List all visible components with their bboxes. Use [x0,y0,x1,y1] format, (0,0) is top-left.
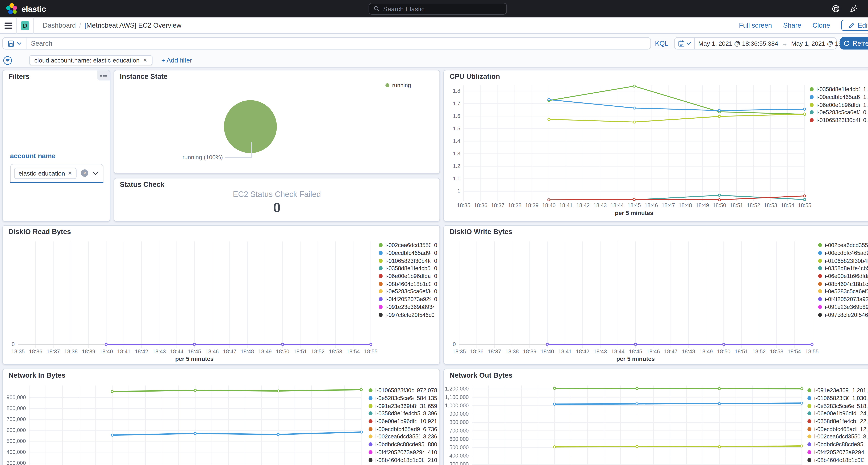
diskio-read-chart[interactable]: 018:3518:3618:3718:3818:3918:4018:4118:4… [3,226,440,365]
filter-pill[interactable]: cloud.account.name: elastic-education ✕ [29,55,152,65]
legend-item[interactable]: i-01065823f30b4fc21972,078 [369,387,437,394]
legend-item[interactable]: running [385,82,411,89]
legend-item[interactable]: i-0e5283c5ca6ef3c8c0.934 [810,109,868,116]
legend-series-value: 0 [431,273,437,279]
cpu-utilization-chart[interactable]: 11.11.21.31.41.51.61.71.818:3518:3618:37… [444,70,868,222]
legend-item[interactable]: i-002cea6dcd35502f73,236 [369,433,437,440]
legend-item[interactable]: i-002cea6dcd35502f70 [379,241,437,249]
legend-item[interactable]: i-0f4f2052073a929470 [379,296,437,303]
legend-item[interactable]: i-01065823f30b4fc210 [818,257,868,265]
legend-item[interactable]: i-0358d8e1fe4cb56890 [818,265,868,272]
legend-item[interactable]: i-0e5283c5ca6ef3c8c0 [818,288,868,296]
legend-item[interactable]: i-0358d8e1fe4cb56890 [379,265,437,272]
date-quick-menu[interactable] [675,38,695,49]
clear-selection-icon[interactable]: ✕ [81,169,88,177]
elastic-logo[interactable]: elastic [5,3,46,15]
legend-item[interactable]: i-00ecdbfc465ad98df0 [379,249,437,257]
legend-series-name: i-0e5283c5ca6ef3c8c [816,110,860,116]
legend-item[interactable]: i-002cea6dcd35502f70 [818,241,868,249]
edit-button[interactable]: Edit [841,20,868,31]
legend-series-value: 196 [864,457,868,463]
filter-field-label[interactable]: account name [10,152,56,160]
help-icon[interactable] [832,4,840,13]
legend-item[interactable]: i-0358d8e1fe4cb56898,396 [369,410,437,417]
date-from[interactable]: May 1, 2021 @ 18:36:55.384 [695,40,781,47]
legend-item[interactable]: i-0358d8e1fe4cb56891.615 [810,86,868,93]
legend-item[interactable]: i-091e23e369b893463 [818,303,868,311]
legend-item[interactable]: i-0e5283c5ca6ef3c8c518,769 [807,402,868,410]
legend-item[interactable]: i-08b4604c18b1c0f340 [379,280,437,287]
svg-text:800,000: 800,000 [7,405,26,411]
svg-text:600,000: 600,000 [7,427,26,433]
legend-item[interactable]: i-00ecdbfc465ad98df12,176 [807,425,868,433]
legend-item[interactable]: i-08b4604c18b1c0f34210 [369,456,437,464]
legend-item[interactable]: i-06e00e1b96dfda3f710,921 [369,417,437,425]
legend-series-name: i-06e00e1b96dfda3f7 [816,102,860,108]
legend-item[interactable]: i-097c8cfe20f546c0a [379,311,437,318]
legend-item[interactable]: i-0bdbdc9c88cde9518589 [807,440,868,448]
refresh-button[interactable]: Refresh [840,37,868,50]
legend-item[interactable]: i-06e00e1b96dfda3f70 [818,272,868,280]
remove-filter-icon[interactable]: ✕ [143,58,147,63]
legend-item[interactable]: i-0bdbdc9c88cde9518880 [369,440,437,448]
legend-series-value: 1,201,252 [849,388,868,394]
selected-option-tag[interactable]: elastic-education ✕ [14,167,76,179]
svg-text:18:40: 18:40 [540,348,554,354]
space-badge[interactable]: D [21,21,29,30]
legend-color-dot [379,289,383,293]
kql-toggle[interactable]: KQL [655,37,669,50]
legend-item[interactable]: i-091e23e369b89346331,659 [369,402,437,410]
legend-item[interactable]: i-01065823f30b4fc210 [379,257,437,265]
account-name-combobox[interactable]: elastic-education ✕ ✕ [10,164,103,183]
svg-text:18:49: 18:49 [695,202,709,208]
legend-item[interactable]: i-0e5283c5ca6ef3c8c584,135 [369,394,437,402]
diskio-write-chart[interactable]: 018:3518:3618:3718:3818:3918:4018:4118:4… [444,226,868,365]
network-out-chart[interactable]: 300,000400,000500,000600,000700,000800,0… [444,369,868,465]
clone-link[interactable]: Clone [812,21,830,29]
legend-color-dot [807,404,811,408]
legend-series-name: i-00ecdbfc465ad98df [816,94,860,100]
legend-item[interactable]: i-00ecdbfc465ad98df6,736 [369,425,437,433]
legend-item[interactable]: i-06e00e1b96dfda3f724,685 [807,410,868,417]
network-out-legend: i-091e23e369b893...1,201,252i-01065823f3… [807,387,868,464]
legend-item[interactable]: i-097c8cfe20f546c0a [818,311,868,318]
legend-item[interactable]: i-08b4604c18b1c0f340 [818,280,868,287]
legend-item[interactable]: i-06e00e1b96dfda3f71.617 [810,101,868,108]
metric-value: 0 [114,200,439,216]
chevron-down-icon[interactable] [93,172,98,175]
kql-search-input[interactable]: Search [26,39,650,47]
remove-option-icon[interactable]: ✕ [68,170,72,176]
breadcrumb-dashboard[interactable]: Dashboard [43,21,76,29]
legend-series-value: 410 [425,449,437,455]
legend-item[interactable]: i-08b4604c18b1c0f34196 [807,456,868,464]
share-link[interactable]: Share [783,21,801,29]
legend-item[interactable]: i-0f4f2052073a92947410 [369,448,437,456]
legend-item[interactable]: i-0358d8e1fe4cb568922,498 [807,417,868,425]
legend-item[interactable]: i-06e00e1b96dfda3f70 [379,272,437,280]
legend-item[interactable]: i-091e23e369b893...1,201,252 [807,387,868,394]
menu-icon[interactable] [4,21,12,30]
saved-query-menu[interactable] [3,38,26,49]
panel-options-icon[interactable] [97,70,110,81]
panel-network-out: Network Out Bytes 300,000400,000500,0006… [443,369,868,465]
news-icon[interactable] [849,4,858,13]
svg-text:1: 1 [457,188,460,194]
filter-set-icon[interactable] [3,55,12,65]
legend-item[interactable]: i-002cea6dcd35502f78,779 [807,433,868,440]
legend-item[interactable]: i-0f4f2052073a92947208 [807,448,868,456]
legend-item[interactable]: i-00ecdbfc465ad98df1.656 [810,93,868,101]
legend-item[interactable]: i-00ecdbfc465ad98df0 [818,249,868,257]
legend-color-dot [818,243,822,247]
filter-bar: cloud.account.name: elastic-education ✕ … [0,53,868,67]
svg-text:800,000: 800,000 [450,419,469,425]
legend-item[interactable]: i-0f4f2052073a929470 [818,296,868,303]
legend-item[interactable]: i-0e5283c5ca6ef3c8c0 [379,288,437,296]
cpu-legend: i-0358d8e1fe4cb56891.615i-00ecdbfc465ad9… [810,86,868,124]
global-search-input[interactable]: Search Elastic [369,3,507,14]
legend-item[interactable]: i-01065823f30b4fc...1,030,384 [807,394,868,402]
add-filter-link[interactable]: + Add filter [161,57,192,64]
legend-item[interactable]: i-091e23e369b893463 [379,303,437,311]
legend-item[interactable]: i-01065823f30b4fc210.963 [810,116,868,124]
full-screen-link[interactable]: Full screen [739,21,772,29]
legend-series-value: 31,659 [416,403,437,409]
